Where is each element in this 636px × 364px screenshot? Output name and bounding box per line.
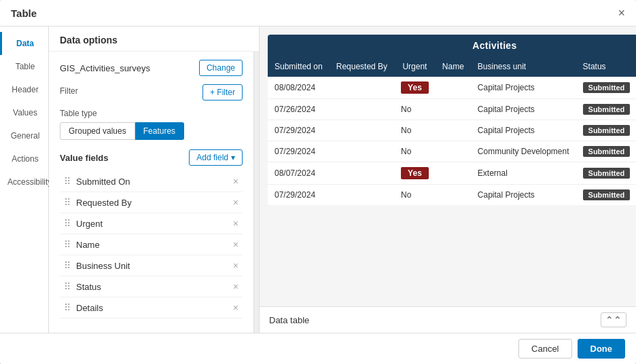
cell-submitted-on: 07/29/2024 — [268, 185, 330, 206]
close-button[interactable]: × — [618, 7, 625, 19]
change-button[interactable]: Change — [199, 60, 243, 76]
col-name: Name — [436, 56, 471, 77]
left-nav: Data Table Header Values General Actions… — [0, 26, 49, 333]
col-requested-by: Requested By — [330, 56, 394, 77]
cell-submitted-on: 08/08/2024 — [268, 77, 330, 99]
drag-handle-icon[interactable]: ⠿ — [64, 176, 71, 187]
cancel-button[interactable]: Cancel — [518, 339, 571, 359]
table-row: 07/26/2024 No Capital Projects Submitted… — [268, 99, 636, 120]
table-row: 07/29/2024 No Capital Projects Submitted… — [268, 120, 636, 141]
cell-urgent: No — [394, 99, 436, 120]
col-submitted-on: Submitted on — [268, 56, 330, 77]
data-table-footer: Data table ⌃⌃ — [260, 306, 636, 333]
drag-handle-icon[interactable]: ⠿ — [64, 197, 71, 208]
drag-handle-icon[interactable]: ⠿ — [64, 260, 71, 271]
cell-business-unit: Capital Projects — [471, 77, 576, 99]
cell-urgent: No — [394, 141, 436, 162]
field-item-submitted-on: ⠿ Submitted On × — [60, 171, 243, 192]
field-name-details: Details — [76, 303, 228, 313]
cell-requested-by — [330, 77, 394, 99]
add-field-label: Add field — [196, 153, 228, 162]
remove-requested-by-button[interactable]: × — [233, 198, 238, 207]
cell-status: Submitted — [576, 141, 636, 162]
table-type-buttons: Grouped values Features — [60, 122, 243, 140]
remove-business-unit-button[interactable]: × — [233, 261, 238, 270]
cell-name — [436, 99, 471, 120]
remove-urgent-button[interactable]: × — [233, 219, 238, 228]
field-name-submitted-on: Submitted On — [76, 177, 228, 187]
filter-button[interactable]: + Filter — [202, 84, 243, 101]
sidebar-item-table[interactable]: Table — [0, 55, 48, 78]
col-business-unit: Business unit — [471, 56, 576, 77]
layer-row: GIS_Activities_surveys Change — [60, 60, 243, 76]
layer-value: GIS_Activities_surveys — [60, 63, 150, 73]
sidebar-item-header[interactable]: Header — [0, 78, 48, 101]
table-row: 08/07/2024 Yes External Submitted Easeme… — [268, 162, 636, 185]
filter-label: Filter — [60, 86, 78, 96]
table-type-row: Table type Grouped values Features — [60, 109, 243, 140]
done-button[interactable]: Done — [578, 339, 626, 359]
cell-urgent: Yes — [394, 77, 436, 99]
sidebar-item-accessibility[interactable]: Accessibility — [0, 170, 48, 194]
cell-status: Submitted — [576, 120, 636, 141]
middle-scroll-area: GIS_Activities_surveys Change Filter + F… — [49, 52, 259, 333]
cell-urgent: No — [394, 185, 436, 206]
remove-submitted-on-button[interactable]: × — [233, 177, 238, 186]
chevron-down-icon: ▾ — [231, 153, 235, 162]
filter-row: Filter + Filter — [60, 84, 243, 101]
field-item-urgent: ⠿ Urgent × — [60, 213, 243, 234]
value-fields-header: Value fields Add field ▾ — [60, 149, 243, 166]
cell-name — [436, 141, 471, 162]
cell-submitted-on: 07/29/2024 — [268, 141, 330, 162]
activities-table: Activities Submitted on Requested By Urg… — [268, 35, 636, 205]
cell-name — [436, 185, 471, 206]
scrollbar[interactable] — [253, 52, 259, 333]
collapse-button[interactable]: ⌃⌃ — [601, 312, 626, 327]
cell-status: Submitted — [576, 77, 636, 99]
cell-name — [436, 77, 471, 99]
cell-status: Submitted — [576, 185, 636, 206]
cell-submitted-on: 08/07/2024 — [268, 162, 330, 185]
fields-list: ⠿ Submitted On × ⠿ Requested By × ⠿ Urge… — [60, 171, 243, 318]
modal-body: Data Table Header Values General Actions… — [0, 26, 636, 333]
value-fields-label: Value fields — [60, 153, 109, 163]
drag-handle-icon[interactable]: ⠿ — [64, 239, 71, 250]
cell-status: Submitted — [576, 99, 636, 120]
cell-urgent: No — [394, 120, 436, 141]
add-field-button[interactable]: Add field ▾ — [189, 149, 243, 166]
field-name-urgent: Urgent — [76, 219, 228, 229]
drag-handle-icon[interactable]: ⠿ — [64, 281, 71, 292]
features-button[interactable]: Features — [135, 122, 184, 140]
sidebar-item-actions[interactable]: Actions — [0, 147, 48, 170]
field-item-name: ⠿ Name × — [60, 234, 243, 255]
right-panel: Activities Submitted on Requested By Urg… — [260, 26, 636, 333]
cell-requested-by — [330, 185, 394, 206]
cell-requested-by — [330, 141, 394, 162]
cell-requested-by — [330, 99, 394, 120]
sidebar-item-values[interactable]: Values — [0, 101, 48, 124]
field-item-details: ⠿ Details × — [60, 297, 243, 318]
field-item-status: ⠿ Status × — [60, 276, 243, 297]
data-table-label: Data table — [269, 315, 309, 325]
sidebar-item-data[interactable]: Data — [0, 32, 48, 55]
grouped-values-button[interactable]: Grouped values — [60, 122, 135, 140]
drag-handle-icon[interactable]: ⠿ — [64, 218, 71, 229]
modal-footer: Cancel Done — [0, 333, 636, 364]
remove-status-button[interactable]: × — [233, 282, 238, 291]
remove-details-button[interactable]: × — [233, 303, 238, 312]
cell-business-unit: Capital Projects — [471, 120, 576, 141]
table-row: 07/29/2024 No Capital Projects Submitted… — [268, 185, 636, 206]
cell-status: Submitted — [576, 162, 636, 185]
sidebar-item-general[interactable]: General — [0, 124, 48, 147]
remove-name-button[interactable]: × — [233, 240, 238, 249]
field-name-name: Name — [76, 240, 228, 250]
drag-handle-icon[interactable]: ⠿ — [64, 302, 71, 313]
table-type-label: Table type — [60, 109, 243, 118]
field-name-business-unit: Business Unit — [76, 261, 228, 271]
cell-requested-by — [330, 162, 394, 185]
cell-submitted-on: 07/29/2024 — [268, 120, 330, 141]
field-item-requested-by: ⠿ Requested By × — [60, 192, 243, 213]
cell-submitted-on: 07/26/2024 — [268, 99, 330, 120]
cell-business-unit: Community Development — [471, 141, 576, 162]
cell-requested-by — [330, 120, 394, 141]
